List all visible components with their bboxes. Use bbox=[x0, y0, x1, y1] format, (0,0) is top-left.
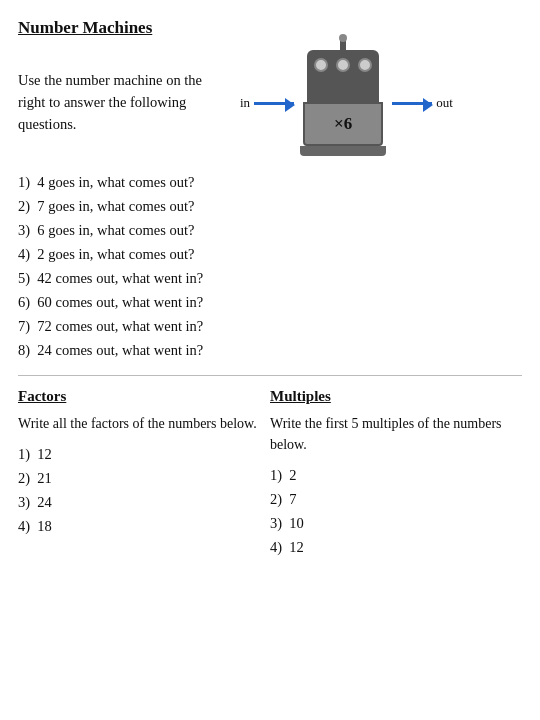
factors-item-4: 4) 18 bbox=[18, 518, 270, 535]
robot-eyes bbox=[314, 58, 372, 72]
factors-column: Factors Write all the factors of the num… bbox=[18, 388, 270, 563]
multiples-item-1: 1) 2 bbox=[270, 467, 522, 484]
question-1: 1) 4 goes in, what comes out? bbox=[18, 174, 522, 191]
robot-antenna bbox=[340, 40, 346, 50]
robot-eye-right bbox=[336, 58, 350, 72]
multiples-item-4: 4) 12 bbox=[270, 539, 522, 556]
multiples-item-2: 2) 7 bbox=[270, 491, 522, 508]
section-divider bbox=[18, 375, 522, 376]
robot-head bbox=[307, 50, 379, 102]
question-5: 5) 42 comes out, what went in? bbox=[18, 270, 522, 287]
number-machine-robot: ×6 bbox=[300, 50, 386, 156]
factors-item-1: 1) 12 bbox=[18, 446, 270, 463]
instruction-text: Use the number machine on the right to a… bbox=[18, 70, 218, 135]
robot-body: ×6 bbox=[303, 102, 383, 146]
factors-item-2: 2) 21 bbox=[18, 470, 270, 487]
question-2: 2) 7 goes in, what comes out? bbox=[18, 198, 522, 215]
robot-eye-center bbox=[358, 58, 372, 72]
factors-item-3: 3) 24 bbox=[18, 494, 270, 511]
multiples-item-3: 3) 10 bbox=[270, 515, 522, 532]
operation-label: ×6 bbox=[334, 114, 352, 134]
page-title: Number Machines bbox=[18, 18, 522, 38]
in-arrow bbox=[254, 102, 294, 105]
in-label: in bbox=[240, 95, 250, 111]
factors-instruction: Write all the factors of the numbers bel… bbox=[18, 413, 270, 434]
top-section: Use the number machine on the right to a… bbox=[18, 50, 522, 156]
machine-diagram: in ×6 out bbox=[236, 50, 457, 156]
multiples-column: Multiples Write the first 5 multiples of… bbox=[270, 388, 522, 563]
out-label: out bbox=[436, 95, 453, 111]
robot-base bbox=[300, 146, 386, 156]
factors-title: Factors bbox=[18, 388, 270, 405]
multiples-instruction: Write the first 5 multiples of the numbe… bbox=[270, 413, 522, 455]
out-arrow bbox=[392, 102, 432, 105]
questions-section: 1) 4 goes in, what comes out? 2) 7 goes … bbox=[18, 174, 522, 359]
question-8: 8) 24 comes out, what went in? bbox=[18, 342, 522, 359]
question-3: 3) 6 goes in, what comes out? bbox=[18, 222, 522, 239]
robot-eye-left bbox=[314, 58, 328, 72]
question-4: 4) 2 goes in, what comes out? bbox=[18, 246, 522, 263]
question-7: 7) 72 comes out, what went in? bbox=[18, 318, 522, 335]
question-6: 6) 60 comes out, what went in? bbox=[18, 294, 522, 311]
two-column-section: Factors Write all the factors of the num… bbox=[18, 388, 522, 563]
multiples-title: Multiples bbox=[270, 388, 522, 405]
